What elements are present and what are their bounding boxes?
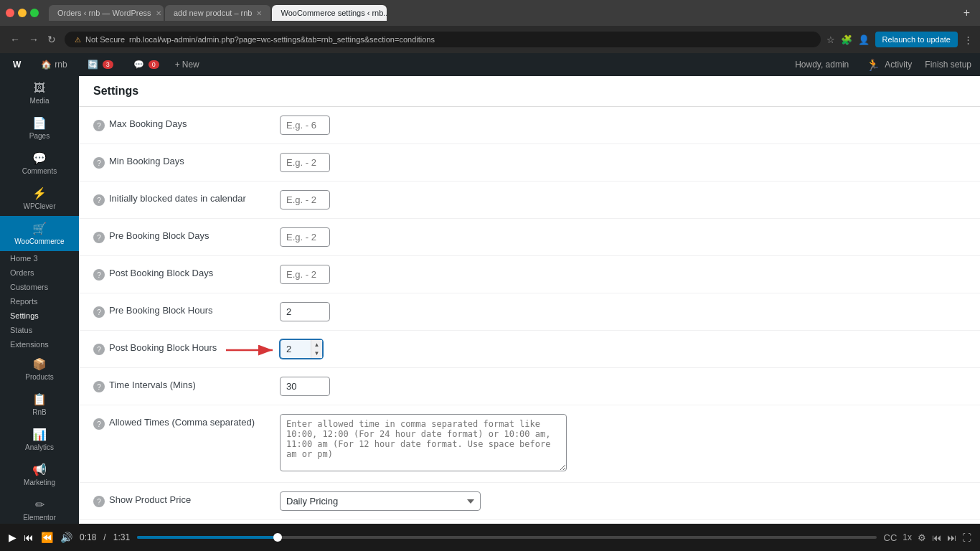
control-pre_booking_block_hours bbox=[280, 302, 966, 321]
sidebar-item-wpclever[interactable]: ⚡WPClever bbox=[0, 181, 79, 216]
video-current-time: 0:18 bbox=[80, 532, 96, 542]
input-pre_booking_block_hours[interactable] bbox=[280, 302, 330, 321]
next-frame-button[interactable]: ⏭ bbox=[947, 532, 956, 543]
woo-submenu-item-status[interactable]: Status bbox=[0, 323, 79, 337]
browser-tab-tab2[interactable]: add new prodcut – rnb✕ bbox=[165, 5, 270, 21]
sidebar: 🖼Media📄Pages💬Comments⚡WPClever🛒WooCommer… bbox=[0, 76, 79, 524]
tab-label: add new prodcut – rnb bbox=[174, 9, 252, 17]
spinner-down[interactable]: ▼ bbox=[311, 349, 322, 359]
sidebar-item-pages[interactable]: 📄Pages bbox=[0, 110, 79, 146]
products-icon: 📦 bbox=[32, 357, 47, 371]
help-icon-allowed_times[interactable]: ? bbox=[93, 418, 105, 430]
help-icon-pre_booking_block_days[interactable]: ? bbox=[93, 232, 105, 243]
label-text-min_booking_days: Min Booking Days bbox=[109, 156, 280, 166]
input-time_intervals[interactable] bbox=[280, 377, 330, 396]
close-dot[interactable] bbox=[6, 9, 14, 17]
help-icon-post_booking_block_days[interactable]: ? bbox=[93, 269, 105, 281]
help-icon-max_booking_days[interactable]: ? bbox=[93, 120, 105, 131]
sidebar-item-media[interactable]: 🖼Media bbox=[0, 76, 79, 110]
form-row-post_booking_block_days: ? Post Booking Block Days bbox=[79, 256, 980, 293]
comments-badge: 0 bbox=[149, 60, 159, 69]
sidebar-item-products[interactable]: 📦Products bbox=[0, 352, 79, 387]
woo-submenu-item-customers[interactable]: Customers bbox=[0, 280, 79, 294]
forward-button[interactable]: → bbox=[26, 32, 42, 47]
security-label: Not Secure bbox=[85, 35, 125, 44]
play-button[interactable]: ▶ bbox=[9, 532, 17, 543]
tab-close-icon[interactable]: ✕ bbox=[256, 9, 262, 17]
help-icon-min_booking_days[interactable]: ? bbox=[93, 157, 105, 169]
browser-tab-tab3[interactable]: WooCommerce settings ‹ rnb...✕ bbox=[272, 5, 387, 21]
settings-button[interactable]: ⚙ bbox=[918, 532, 926, 543]
new-content-button[interactable]: + New bbox=[175, 60, 199, 70]
updates-badge: 3 bbox=[103, 60, 113, 69]
site-name-item[interactable]: 🏠 rnb bbox=[37, 53, 71, 76]
sidebar-item-marketing[interactable]: 📢Marketing bbox=[0, 457, 79, 492]
textarea-allowed_times[interactable] bbox=[280, 414, 567, 471]
help-icon-post_booking_block_hours[interactable]: ? bbox=[93, 344, 105, 355]
updates-item[interactable]: 🔄 3 bbox=[83, 53, 118, 76]
security-icon: ⚠ bbox=[75, 36, 81, 44]
browser-tab-tab1[interactable]: Orders ‹ rnb — WordPress✕ bbox=[49, 5, 164, 21]
video-progress-thumb[interactable] bbox=[273, 533, 282, 542]
tab-close-icon[interactable]: ✕ bbox=[156, 9, 161, 17]
help-icon-initially_blocked[interactable]: ? bbox=[93, 194, 105, 206]
spinner-post_booking_block_hours: ▲ ▼ bbox=[280, 339, 323, 359]
help-icon-time_intervals[interactable]: ? bbox=[93, 381, 105, 392]
video-progress-bar[interactable] bbox=[137, 536, 876, 539]
new-tab-button[interactable]: + bbox=[959, 5, 974, 21]
woo-submenu-item-extensions[interactable]: Extensions bbox=[0, 337, 79, 352]
maximize-dot[interactable] bbox=[30, 9, 39, 17]
wp-admin-bar: W 🏠 rnb 🔄 3 💬 0 + New Howdy, admin 🏃 Act… bbox=[0, 53, 980, 76]
help-icon-pre_booking_block_hours[interactable]: ? bbox=[93, 306, 105, 318]
label-initially_blocked: ? Initially blocked dates in calendar bbox=[93, 190, 280, 206]
video-total-time: 1:31 bbox=[113, 532, 130, 542]
rewind-button[interactable]: ⏮ bbox=[24, 532, 34, 543]
label-text-allowed_times: Allowed Times (Comma separated) bbox=[109, 417, 280, 428]
control-min_booking_days bbox=[280, 153, 966, 172]
sidebar-item-woocommerce[interactable]: 🛒WooCommerce bbox=[0, 216, 79, 251]
settings-form: ? Max Booking Days ? Min Booking Days ? … bbox=[79, 107, 980, 524]
input-post_booking_block_days[interactable] bbox=[280, 265, 330, 284]
woo-submenu-item-settings[interactable]: Settings bbox=[0, 309, 79, 323]
fullscreen-button[interactable]: ⛶ bbox=[962, 532, 971, 543]
help-icon-show_product_price[interactable]: ? bbox=[93, 496, 105, 507]
select-show_product_price[interactable]: Daily PricingHourly PricingFixed Pricing bbox=[280, 491, 481, 511]
comments-icon: 💬 bbox=[32, 151, 47, 165]
comments-item[interactable]: 💬 0 bbox=[129, 53, 164, 76]
relaunch-button[interactable]: Relaunch to update bbox=[875, 32, 958, 47]
back-button[interactable]: ← bbox=[7, 32, 23, 47]
woo-submenu-item-reports[interactable]: Reports bbox=[0, 294, 79, 309]
video-bar: ▶ ⏮ ⏪ 🔊 0:18 / 1:31 CC 1x ⚙ ⏮ ⏭ ⛶ bbox=[0, 524, 980, 551]
mute-button[interactable]: 🔊 bbox=[60, 532, 72, 543]
subtitles-button[interactable]: CC bbox=[884, 532, 897, 543]
red-arrow-annotation bbox=[222, 339, 280, 361]
refresh-button[interactable]: ↻ bbox=[44, 32, 59, 47]
menu-icon[interactable]: ⋮ bbox=[963, 34, 973, 45]
address-input-wrapper[interactable]: ⚠ Not Secure rnb.local/wp-admin/admin.ph… bbox=[65, 32, 821, 47]
input-initially_blocked[interactable] bbox=[280, 190, 330, 209]
tab-label: WooCommerce settings ‹ rnb... bbox=[281, 9, 387, 17]
sidebar-item-elementor[interactable]: ✏Elementor bbox=[0, 492, 79, 524]
sidebar-item-rnb[interactable]: 📋RnB bbox=[0, 387, 79, 422]
input-max_booking_days[interactable] bbox=[280, 116, 330, 135]
settings-header: Settings bbox=[79, 76, 980, 107]
input-pre_booking_block_days[interactable] bbox=[280, 227, 330, 247]
minimize-dot[interactable] bbox=[18, 9, 27, 17]
sidebar-item-analytics[interactable]: 📊Analytics bbox=[0, 422, 79, 457]
form-row-show_product_price: ? Show Product Price Daily PricingHourly… bbox=[79, 483, 980, 520]
wp-logo-item[interactable]: W bbox=[9, 53, 25, 76]
woo-submenu-item-orders[interactable]: Orders bbox=[0, 265, 79, 280]
profile-icon[interactable]: 👤 bbox=[858, 34, 870, 45]
extensions-icon[interactable]: 🧩 bbox=[841, 34, 852, 45]
previous-frame-button[interactable]: ⏮ bbox=[932, 532, 941, 543]
spinner-arrows: ▲ ▼ bbox=[311, 340, 322, 358]
control-post_booking_block_days bbox=[280, 265, 966, 284]
bookmark-icon[interactable]: ☆ bbox=[826, 34, 835, 45]
elementor-icon: ✏ bbox=[35, 498, 44, 512]
skip-back-button[interactable]: ⏪ bbox=[41, 532, 53, 543]
wpclever-icon: ⚡ bbox=[32, 187, 47, 200]
input-min_booking_days[interactable] bbox=[280, 153, 330, 172]
woo-submenu-item-home[interactable]: Home 3 bbox=[0, 251, 79, 265]
sidebar-item-comments[interactable]: 💬Comments bbox=[0, 146, 79, 181]
spinner-up[interactable]: ▲ bbox=[311, 340, 322, 349]
